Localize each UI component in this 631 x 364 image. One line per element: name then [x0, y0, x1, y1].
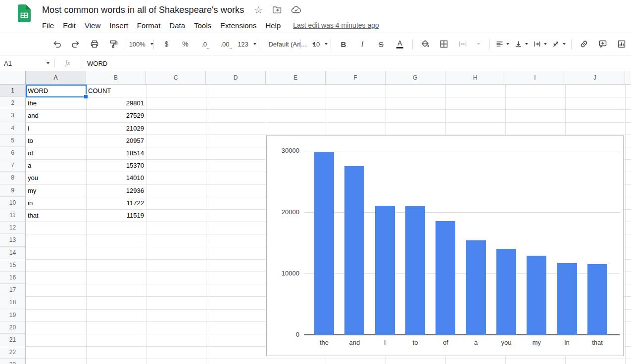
row-header-7[interactable]: 7: [0, 159, 26, 172]
format-percent-button[interactable]: %: [178, 37, 192, 51]
bar-i[interactable]: [375, 206, 395, 335]
row-header-15[interactable]: 15: [0, 259, 26, 272]
cell-B11[interactable]: 11519: [86, 209, 146, 222]
column-header-E[interactable]: E: [266, 71, 326, 85]
cell-B8[interactable]: 14010: [86, 172, 146, 184]
insert-chart-button[interactable]: [615, 37, 629, 51]
row-header-23[interactable]: 23: [0, 359, 26, 364]
row-header-11[interactable]: 11: [0, 209, 26, 222]
text-color-button[interactable]: A: [393, 37, 407, 51]
bar-the[interactable]: [314, 152, 334, 335]
insert-link-button[interactable]: [577, 37, 591, 51]
column-header-J[interactable]: J: [565, 71, 625, 85]
more-formats-button[interactable]: 123: [239, 37, 252, 51]
font-size-select[interactable]: 10: [306, 37, 325, 51]
menu-edit[interactable]: Edit: [58, 20, 80, 31]
print-button[interactable]: [88, 37, 101, 51]
row-header-12[interactable]: 12: [0, 222, 26, 234]
bold-button[interactable]: B: [337, 37, 350, 51]
column-header-K[interactable]: K: [625, 71, 631, 85]
row-header-8[interactable]: 8: [0, 172, 26, 184]
cloud-saved-icon[interactable]: [291, 4, 301, 15]
cell-B7[interactable]: 15370: [86, 159, 146, 172]
cell-A6[interactable]: of: [26, 147, 86, 159]
menu-tools[interactable]: Tools: [190, 20, 216, 31]
menu-view[interactable]: View: [80, 20, 105, 31]
merge-cells-button[interactable]: [456, 37, 470, 51]
column-header-H[interactable]: H: [445, 71, 505, 85]
cell-A11[interactable]: that: [26, 209, 86, 222]
insert-comment-button[interactable]: [596, 37, 610, 51]
bar-that[interactable]: [587, 264, 607, 335]
cell-A3[interactable]: and: [26, 109, 86, 122]
row-header-3[interactable]: 3: [0, 109, 26, 122]
font-select[interactable]: Default (Ari…: [264, 37, 294, 51]
star-icon[interactable]: ☆: [253, 4, 264, 15]
cell-A9[interactable]: my: [26, 184, 86, 197]
bar-and[interactable]: [344, 166, 364, 335]
cell-A4[interactable]: i: [26, 122, 86, 135]
row-header-17[interactable]: 17: [0, 284, 26, 296]
text-wrap-button[interactable]: [533, 37, 547, 51]
bar-my[interactable]: [527, 256, 546, 335]
strikethrough-button[interactable]: S: [374, 37, 388, 51]
cell-B2[interactable]: 29801: [86, 97, 146, 109]
menu-extensions[interactable]: Extensions: [216, 20, 261, 31]
last-edit-link[interactable]: Last edit was 4 minutes ago: [293, 21, 379, 29]
menu-data[interactable]: Data: [165, 20, 190, 31]
cell-A10[interactable]: in: [26, 197, 86, 209]
row-header-2[interactable]: 2: [0, 97, 26, 109]
cell-B6[interactable]: 18514: [86, 147, 146, 159]
row-header-1[interactable]: 1: [0, 85, 26, 97]
row-header-5[interactable]: 5: [0, 135, 26, 147]
bar-a[interactable]: [466, 240, 486, 335]
row-header-13[interactable]: 13: [0, 234, 26, 246]
row-header-22[interactable]: 22: [0, 346, 26, 359]
vertical-align-button[interactable]: [514, 37, 528, 51]
select-all-corner[interactable]: [0, 71, 26, 85]
undo-button[interactable]: [50, 37, 64, 51]
row-header-6[interactable]: 6: [0, 147, 26, 159]
formula-input[interactable]: WORD: [87, 60, 631, 67]
paint-format-button[interactable]: [106, 37, 120, 51]
row-header-16[interactable]: 16: [0, 272, 26, 284]
merge-cells-dropdown[interactable]: [470, 37, 484, 51]
row-header-18[interactable]: 18: [0, 296, 26, 309]
redo-button[interactable]: [69, 37, 83, 51]
borders-button[interactable]: [437, 37, 451, 51]
format-currency-button[interactable]: $: [159, 37, 173, 51]
cell-B10[interactable]: 11722: [86, 197, 146, 209]
menu-format[interactable]: Format: [133, 20, 165, 31]
row-header-19[interactable]: 19: [0, 309, 26, 321]
column-header-A[interactable]: A: [26, 71, 86, 85]
document-title[interactable]: Most common words in all of Shakespeare'…: [42, 5, 244, 15]
cell-A5[interactable]: to: [26, 135, 86, 147]
cell-B4[interactable]: 21029: [86, 122, 146, 135]
cell-A7[interactable]: a: [26, 159, 86, 172]
row-header-21[interactable]: 21: [0, 334, 26, 346]
fill-color-button[interactable]: [418, 37, 432, 51]
cell-B1[interactable]: COUNT: [86, 85, 146, 97]
column-header-D[interactable]: D: [206, 71, 266, 85]
italic-button[interactable]: I: [355, 37, 369, 51]
column-header-F[interactable]: F: [326, 71, 386, 85]
column-header-B[interactable]: B: [86, 71, 146, 85]
cell-A2[interactable]: the: [26, 97, 86, 109]
text-rotation-button[interactable]: [552, 37, 566, 51]
sheets-logo-icon[interactable]: [18, 4, 31, 22]
cell-B9[interactable]: 12936: [86, 184, 146, 197]
cell-A1[interactable]: WORD: [26, 85, 86, 97]
cell-B5[interactable]: 20957: [86, 135, 146, 147]
embedded-chart[interactable]: 0100002000030000theanditoofayoumyinthat: [266, 135, 624, 356]
column-header-G[interactable]: G: [386, 71, 445, 85]
increase-decimal-button[interactable]: .00→: [218, 37, 232, 51]
column-header-I[interactable]: I: [505, 71, 565, 85]
decrease-decimal-button[interactable]: .0←: [197, 37, 211, 51]
row-header-9[interactable]: 9: [0, 184, 26, 197]
menu-help[interactable]: Help: [261, 20, 285, 31]
bar-to[interactable]: [405, 206, 425, 335]
horizontal-align-button[interactable]: [495, 37, 509, 51]
row-header-10[interactable]: 10: [0, 197, 26, 209]
bar-in[interactable]: [557, 263, 577, 335]
menu-insert[interactable]: Insert: [105, 20, 133, 31]
